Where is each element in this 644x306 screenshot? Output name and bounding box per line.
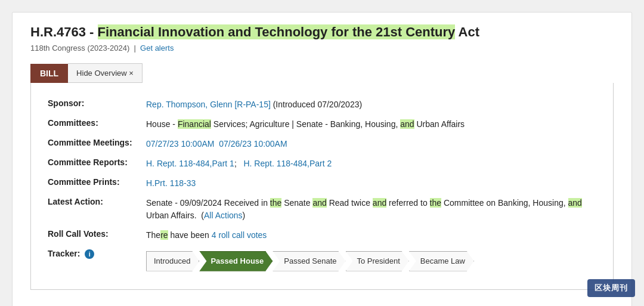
congress-label: 118th Congress (2023-2024) (30, 44, 129, 52)
tracker-info-icon[interactable]: i (85, 249, 94, 259)
committee-reports-row: Committee Reports: H. Rept. 118-484,Part… (45, 154, 599, 174)
watermark: 区块周刊 (587, 279, 635, 297)
all-actions-link[interactable]: All Actions (204, 211, 243, 220)
the-highlight2: the (430, 198, 441, 208)
roll-call-label: Roll Call Votes: (45, 225, 144, 245)
tracker-step-passed-house: Passed House (199, 251, 273, 271)
tracker-value: Introduced Passed House Passed Senate To… (144, 245, 599, 275)
latest-action-row: Latest Action: Senate - 09/09/2024 Recei… (45, 193, 599, 225)
committee-reports-value: H. Rept. 118-484,Part 1; H. Rept. 118-48… (144, 154, 599, 174)
tracker-step-to-president: To President (346, 251, 409, 271)
info-table: Sponsor: Rep. Thompson, Glenn [R-PA-15] … (45, 95, 599, 275)
committee-meetings-value: 07/27/23 10:00AM 07/26/23 10:00AM (144, 134, 599, 154)
tracker-step-introduced: Introduced (146, 251, 199, 271)
roll-call-value: There have been 4 roll call votes (144, 225, 599, 245)
tracker-label: Tracker: i (45, 245, 144, 275)
report-link-1[interactable]: H. Rept. 118-484,Part 1 (146, 159, 234, 168)
sponsor-row: Sponsor: Rep. Thompson, Glenn [R-PA-15] … (45, 95, 599, 115)
committee-meetings-label: Committee Meetings: (45, 134, 144, 154)
and-highlight4: and (568, 198, 582, 208)
committee-reports-label: Committee Reports: (45, 154, 144, 174)
tracker-container: Introduced Passed House Passed Senate To… (146, 251, 596, 271)
step-label-became-law: Became Law (409, 251, 474, 271)
sponsor-intro: (Introduced 07/20/2023) (271, 100, 362, 109)
tracker-step-became-law: Became Law (409, 251, 474, 271)
tab-hide-overview[interactable]: Hide Overview × (68, 63, 143, 83)
committee-prints-label: Committee Prints: (45, 174, 144, 193)
and-highlight3: and (373, 198, 386, 208)
bill-title-highlight: Financial Innovation and Technology for … (98, 24, 456, 39)
bill-title-suffix: Act (455, 24, 479, 39)
committee-meetings-row: Committee Meetings: 07/27/23 10:00AM 07/… (45, 134, 599, 154)
tracker-step-passed-senate: Passed Senate (273, 251, 345, 271)
tabs-bar: BILL Hide Overview × (30, 63, 614, 83)
prints-link[interactable]: H.Prt. 118-33 (146, 178, 196, 188)
sponsor-label: Sponsor: (45, 95, 144, 115)
committees-row: Committees: House - Financial Services; … (45, 115, 599, 134)
latest-action-value: Senate - 09/09/2024 Received in the Sena… (144, 193, 599, 225)
meeting-link-2[interactable]: 07/26/23 10:00AM (219, 139, 287, 149)
step-label-passed-senate: Passed Senate (273, 251, 345, 271)
sponsor-link[interactable]: Rep. Thompson, Glenn [R-PA-15] (146, 100, 271, 109)
and-highlight2: and (312, 198, 326, 208)
committee-prints-value: H.Prt. 118-33 (144, 174, 599, 193)
re-highlight: re (160, 230, 168, 240)
committees-value: House - Financial Services; Agriculture … (144, 115, 599, 134)
tab-bill[interactable]: BILL (30, 64, 68, 83)
meeting-link-1[interactable]: 07/27/23 10:00AM (146, 139, 214, 149)
latest-action-label: Latest Action: (45, 193, 144, 225)
bill-subtitle: 118th Congress (2023-2024) | Get alerts (30, 44, 614, 52)
step-label-introduced: Introduced (146, 251, 199, 271)
step-label-passed-house: Passed House (199, 251, 273, 271)
step-label-to-president: To President (346, 251, 409, 271)
committee-prints-row: Committee Prints: H.Prt. 118-33 (45, 174, 599, 193)
the-highlight1: the (270, 198, 281, 208)
page-container: H.R.4763 - Financial Innovation and Tech… (12, 12, 632, 306)
report-link-2[interactable]: H. Rept. 118-484,Part 2 (243, 159, 332, 168)
financial-highlight: Financial (178, 119, 211, 129)
bill-id: H.R.4763 - (30, 24, 98, 39)
sponsor-value: Rep. Thompson, Glenn [R-PA-15] (Introduc… (144, 95, 599, 115)
and-highlight1: and (400, 119, 414, 129)
tracker-row: Tracker: i Introduced Passed House (45, 245, 599, 275)
roll-call-row: Roll Call Votes: There have been 4 roll … (45, 225, 599, 245)
bill-title: H.R.4763 - Financial Innovation and Tech… (30, 24, 614, 40)
committees-label: Committees: (45, 115, 144, 134)
roll-call-link[interactable]: 4 roll call votes (212, 230, 267, 240)
overview-panel: Sponsor: Rep. Thompson, Glenn [R-PA-15] … (30, 83, 614, 290)
get-alerts-link[interactable]: Get alerts (140, 44, 174, 52)
